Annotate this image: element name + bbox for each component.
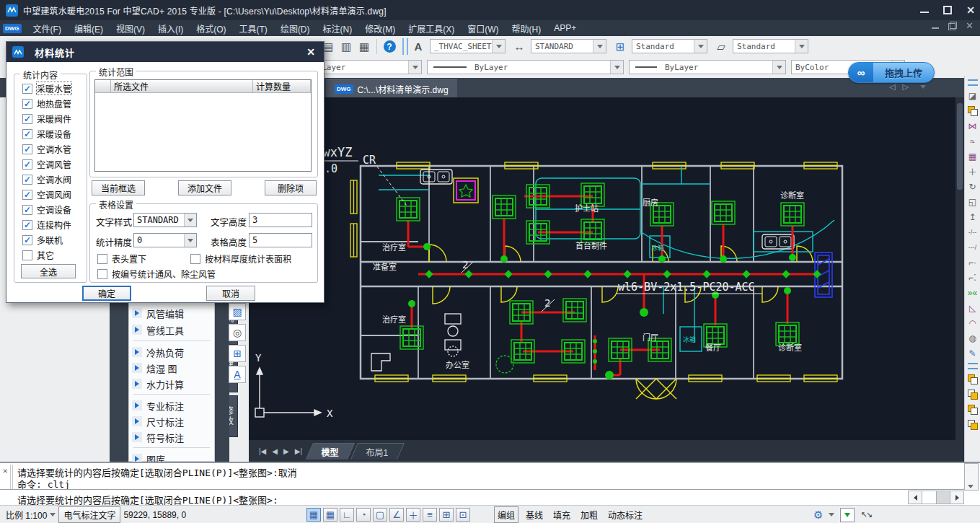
scale-icon[interactable]: ◱ bbox=[966, 194, 980, 209]
draworder-front-icon[interactable] bbox=[966, 372, 980, 387]
tab-scroll-right-icon[interactable]: ▷ bbox=[903, 82, 909, 92]
table-tool-icon[interactable]: ⊞ bbox=[229, 345, 246, 362]
checkbox-duolianji[interactable]: ✓ 多联机 bbox=[22, 234, 63, 246]
text-style-select[interactable]: STANDARD bbox=[133, 213, 197, 227]
checkbox-header-bottom[interactable]: 表头置下 bbox=[97, 252, 146, 265]
ok-button[interactable]: 确定 bbox=[82, 286, 131, 301]
dyn-input-toggle-icon[interactable]: ⊡ bbox=[456, 508, 470, 522]
menu-app-plus[interactable]: APP+ bbox=[548, 22, 582, 35]
copy-icon[interactable] bbox=[966, 103, 980, 118]
drawing-vertical-scrollbar[interactable] bbox=[955, 97, 964, 440]
doc-restore-button[interactable] bbox=[948, 22, 957, 30]
file-list-col-blank[interactable] bbox=[95, 80, 111, 93]
file-tab-active[interactable]: DWG C:\...\材料清单演示.dwg bbox=[326, 79, 457, 98]
dialog-close-icon[interactable]: ✕ bbox=[304, 46, 318, 58]
dwg-menu-icon[interactable]: DWG bbox=[3, 24, 22, 33]
hatch-tool-icon[interactable]: ▨ bbox=[229, 303, 246, 320]
move-icon[interactable]: ＋ bbox=[966, 164, 980, 179]
minimize-button[interactable] bbox=[919, 5, 930, 15]
menu-view[interactable]: 视图(V) bbox=[110, 21, 151, 36]
menu-edit[interactable]: 编辑(E) bbox=[69, 21, 109, 36]
menu-item-guanxian-gongju[interactable]: 管线工具 bbox=[132, 322, 211, 337]
text-style-icon[interactable]: A bbox=[410, 38, 427, 55]
checkbox-cainuan-shebei[interactable]: ✓ 采暖设备 bbox=[22, 128, 71, 140]
checkbox-kongtiao-fengfa[interactable]: ✓ 空调风阀 bbox=[22, 188, 71, 201]
match-properties-icon[interactable]: ✎ bbox=[966, 346, 980, 361]
extend-icon[interactable]: ---/ bbox=[966, 239, 980, 255]
menu-window[interactable]: 窗口(W) bbox=[462, 21, 504, 36]
snap-toggle-icon[interactable]: ▦ bbox=[323, 508, 337, 522]
command-horizontal-scrollbar[interactable] bbox=[908, 491, 964, 504]
toggle-baseline[interactable]: 基线 bbox=[523, 507, 546, 522]
tab-layout1[interactable]: 布局1 bbox=[350, 443, 405, 460]
mleader-style-combo[interactable]: Standard bbox=[733, 39, 808, 53]
annotation-style-button[interactable]: 电气标注文字 bbox=[58, 506, 120, 523]
command-window[interactable]: ✕ 请选择要统计的内容后按确定[选取闭合PLINE(P)]<整张图>:取消 命令… bbox=[0, 462, 980, 506]
menu-item-chicun-biaozhu[interactable]: 尺寸标注 bbox=[132, 414, 211, 428]
status-dropdown-button[interactable] bbox=[840, 508, 855, 522]
menu-item-fuhao-biaozhu[interactable]: 符号标注 bbox=[132, 430, 211, 444]
break-icon[interactable]: ⌐⁚ bbox=[966, 270, 980, 285]
settings-dropdown-icon[interactable] bbox=[829, 513, 834, 517]
explode-icon[interactable]: ◍ bbox=[966, 330, 980, 346]
toolbar-grip[interactable] bbox=[968, 79, 978, 86]
polar-toggle-icon[interactable]: ◔ bbox=[356, 508, 371, 522]
checkbox-number-duct[interactable]: 按编号统计通风、除尘风管 bbox=[97, 268, 216, 280]
table-style-combo[interactable]: Standard bbox=[632, 39, 707, 53]
palette-props-icon[interactable]: ▥ bbox=[337, 38, 355, 55]
fullscreen-icon[interactable]: ↖↘ bbox=[860, 510, 870, 519]
donut-tool-icon[interactable]: ◎ bbox=[229, 324, 246, 341]
checkbox-cainuan-shuiguan[interactable]: ✓ 采暖水管 bbox=[22, 82, 71, 95]
chamfer-icon[interactable]: ◺ bbox=[966, 300, 980, 315]
join-icon[interactable]: »« bbox=[966, 285, 980, 300]
menu-tools[interactable]: 工具(T) bbox=[234, 21, 273, 36]
current-selection-button[interactable]: 当前框选 bbox=[92, 180, 145, 195]
menu-dimension[interactable]: 标注(N) bbox=[317, 21, 358, 36]
text-tool-icon[interactable]: A bbox=[229, 366, 246, 383]
menu-express[interactable]: 扩展工具(X) bbox=[402, 21, 460, 36]
break-at-point-icon[interactable]: ⌐· bbox=[966, 255, 980, 270]
menu-item-hanshi-tu[interactable]: 焓湿 图 bbox=[132, 361, 211, 375]
layout-next-icon[interactable]: ▶ bbox=[283, 447, 289, 455]
doc-minimize-button[interactable] bbox=[931, 22, 940, 30]
tab-list-icon[interactable] bbox=[920, 85, 926, 89]
otrack-toggle-icon[interactable]: ∠ bbox=[389, 508, 404, 522]
quick-props-toggle-icon[interactable]: ⊞ bbox=[439, 508, 454, 522]
checkbox-kongtiao-shuiguan[interactable]: ✓ 空调水管 bbox=[22, 143, 71, 155]
menu-insert[interactable]: 插入(I) bbox=[152, 21, 189, 36]
menu-format[interactable]: 格式(O) bbox=[190, 21, 231, 36]
dim-style-combo[interactable]: STANDARD bbox=[531, 39, 606, 53]
osnap-toggle-icon[interactable]: ▢ bbox=[373, 508, 387, 522]
toggle-bold[interactable]: 加粗 bbox=[578, 507, 601, 522]
layout-last-icon[interactable]: ▶| bbox=[295, 447, 302, 455]
checkbox-lianjie-goujian[interactable]: ✓ 连接构件 bbox=[22, 219, 71, 231]
text-height-input[interactable] bbox=[249, 213, 312, 227]
command-close-icon[interactable]: ✕ bbox=[3, 466, 8, 475]
checkbox-kongtiao-fengguan[interactable]: ✓ 空调风管 bbox=[22, 158, 71, 170]
doc-close-button[interactable]: ✕ bbox=[966, 22, 974, 30]
scale-label[interactable]: 比例 1:100 bbox=[6, 509, 47, 521]
drawing-canvas[interactable]: 24wxYZ 3.0 CR wl6-BV-2x1.5-PC20-ACC 2 2 … bbox=[249, 97, 955, 440]
dialog-title-bar[interactable]: 材料统计 ✕ bbox=[6, 42, 324, 62]
ortho-toggle-icon[interactable]: ∟ bbox=[340, 508, 354, 522]
erase-icon[interactable]: ◪ bbox=[966, 88, 980, 103]
menu-help[interactable]: 帮助(H) bbox=[506, 21, 547, 36]
menu-file[interactable]: 文件(F) bbox=[27, 21, 67, 36]
mleader-style-icon[interactable]: ▱ bbox=[712, 38, 730, 55]
table-style-icon[interactable]: ⊞ bbox=[612, 38, 629, 55]
drag-upload-button[interactable]: ∞ 拖拽上传 bbox=[848, 62, 935, 83]
dim-style-icon[interactable]: ↔ bbox=[511, 38, 528, 55]
delete-item-button[interactable]: 删除项 bbox=[265, 180, 317, 195]
toggle-fill[interactable]: 填充 bbox=[550, 507, 573, 522]
precision-select[interactable]: 0 bbox=[133, 233, 197, 247]
checkbox-thickness-area[interactable]: 按材料厚度统计表面积 bbox=[190, 252, 291, 265]
checkbox-kongtiao-shuifa[interactable]: ✓ 空调水阀 bbox=[22, 173, 71, 185]
menu-item-shuili-jisuan[interactable]: 水力计算 bbox=[132, 377, 211, 391]
linetype-combo[interactable]: ByLayer bbox=[427, 60, 624, 74]
layout-prev-icon[interactable]: ◀ bbox=[272, 447, 278, 455]
file-list[interactable]: 所选文件 计算数量 bbox=[94, 79, 312, 172]
table-height-input[interactable] bbox=[249, 233, 312, 247]
menu-item-lengre-fuhe[interactable]: 冷热负荷 bbox=[132, 345, 211, 359]
tab-model[interactable]: 模型 bbox=[306, 443, 355, 460]
cancel-button[interactable]: 取消 bbox=[206, 286, 255, 301]
